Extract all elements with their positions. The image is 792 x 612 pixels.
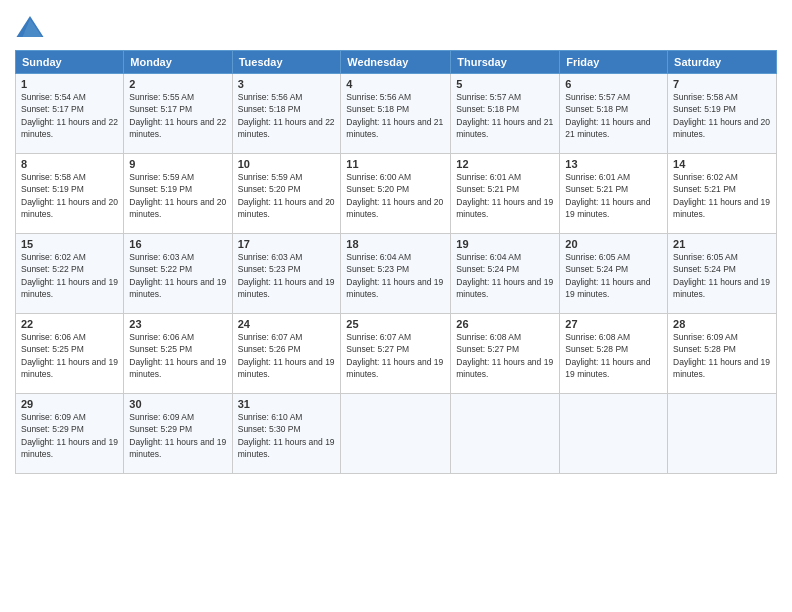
day-number: 7 [673, 78, 771, 90]
calendar-cell: 9 Sunrise: 5:59 AMSunset: 5:19 PMDayligh… [124, 154, 232, 234]
calendar-cell: 3 Sunrise: 5:56 AMSunset: 5:18 PMDayligh… [232, 74, 341, 154]
calendar-cell: 11 Sunrise: 6:00 AMSunset: 5:20 PMDaylig… [341, 154, 451, 234]
calendar-week-row: 29 Sunrise: 6:09 AMSunset: 5:29 PMDaylig… [16, 394, 777, 474]
day-number: 9 [129, 158, 226, 170]
weekday-header-friday: Friday [560, 51, 668, 74]
day-number: 3 [238, 78, 336, 90]
day-info: Sunrise: 6:05 AMSunset: 5:24 PMDaylight:… [565, 252, 650, 299]
calendar-cell: 18 Sunrise: 6:04 AMSunset: 5:23 PMDaylig… [341, 234, 451, 314]
calendar-cell: 8 Sunrise: 5:58 AMSunset: 5:19 PMDayligh… [16, 154, 124, 234]
calendar-cell [560, 394, 668, 474]
day-number: 1 [21, 78, 118, 90]
calendar-cell: 21 Sunrise: 6:05 AMSunset: 5:24 PMDaylig… [668, 234, 777, 314]
day-number: 14 [673, 158, 771, 170]
day-number: 2 [129, 78, 226, 90]
calendar-cell: 27 Sunrise: 6:08 AMSunset: 5:28 PMDaylig… [560, 314, 668, 394]
day-number: 24 [238, 318, 336, 330]
day-info: Sunrise: 6:02 AMSunset: 5:21 PMDaylight:… [673, 172, 770, 219]
day-info: Sunrise: 6:03 AMSunset: 5:23 PMDaylight:… [238, 252, 335, 299]
day-info: Sunrise: 5:58 AMSunset: 5:19 PMDaylight:… [673, 92, 770, 139]
day-info: Sunrise: 6:09 AMSunset: 5:28 PMDaylight:… [673, 332, 770, 379]
day-info: Sunrise: 5:56 AMSunset: 5:18 PMDaylight:… [346, 92, 443, 139]
day-number: 6 [565, 78, 662, 90]
calendar-cell: 28 Sunrise: 6:09 AMSunset: 5:28 PMDaylig… [668, 314, 777, 394]
day-info: Sunrise: 5:55 AMSunset: 5:17 PMDaylight:… [129, 92, 226, 139]
calendar-cell: 16 Sunrise: 6:03 AMSunset: 5:22 PMDaylig… [124, 234, 232, 314]
day-info: Sunrise: 5:59 AMSunset: 5:20 PMDaylight:… [238, 172, 335, 219]
day-info: Sunrise: 6:05 AMSunset: 5:24 PMDaylight:… [673, 252, 770, 299]
weekday-header-thursday: Thursday [451, 51, 560, 74]
day-number: 25 [346, 318, 445, 330]
weekday-header-sunday: Sunday [16, 51, 124, 74]
calendar-cell: 4 Sunrise: 5:56 AMSunset: 5:18 PMDayligh… [341, 74, 451, 154]
header [15, 10, 777, 42]
day-number: 26 [456, 318, 554, 330]
day-info: Sunrise: 6:04 AMSunset: 5:23 PMDaylight:… [346, 252, 443, 299]
weekday-header-saturday: Saturday [668, 51, 777, 74]
calendar-cell: 1 Sunrise: 5:54 AMSunset: 5:17 PMDayligh… [16, 74, 124, 154]
day-number: 16 [129, 238, 226, 250]
day-info: Sunrise: 6:03 AMSunset: 5:22 PMDaylight:… [129, 252, 226, 299]
weekday-header-wednesday: Wednesday [341, 51, 451, 74]
day-number: 19 [456, 238, 554, 250]
day-info: Sunrise: 5:57 AMSunset: 5:18 PMDaylight:… [456, 92, 553, 139]
day-number: 5 [456, 78, 554, 90]
day-info: Sunrise: 5:56 AMSunset: 5:18 PMDaylight:… [238, 92, 335, 139]
day-info: Sunrise: 6:01 AMSunset: 5:21 PMDaylight:… [565, 172, 650, 219]
calendar-cell: 12 Sunrise: 6:01 AMSunset: 5:21 PMDaylig… [451, 154, 560, 234]
calendar-cell: 13 Sunrise: 6:01 AMSunset: 5:21 PMDaylig… [560, 154, 668, 234]
day-number: 20 [565, 238, 662, 250]
calendar-cell: 30 Sunrise: 6:09 AMSunset: 5:29 PMDaylig… [124, 394, 232, 474]
day-number: 12 [456, 158, 554, 170]
calendar-cell: 5 Sunrise: 5:57 AMSunset: 5:18 PMDayligh… [451, 74, 560, 154]
day-number: 22 [21, 318, 118, 330]
calendar-cell: 24 Sunrise: 6:07 AMSunset: 5:26 PMDaylig… [232, 314, 341, 394]
calendar-cell: 23 Sunrise: 6:06 AMSunset: 5:25 PMDaylig… [124, 314, 232, 394]
weekday-header-row: SundayMondayTuesdayWednesdayThursdayFrid… [16, 51, 777, 74]
day-info: Sunrise: 6:04 AMSunset: 5:24 PMDaylight:… [456, 252, 553, 299]
day-info: Sunrise: 5:58 AMSunset: 5:19 PMDaylight:… [21, 172, 118, 219]
calendar-cell [451, 394, 560, 474]
weekday-header-monday: Monday [124, 51, 232, 74]
weekday-header-tuesday: Tuesday [232, 51, 341, 74]
day-number: 28 [673, 318, 771, 330]
day-number: 10 [238, 158, 336, 170]
day-info: Sunrise: 6:06 AMSunset: 5:25 PMDaylight:… [21, 332, 118, 379]
calendar-cell: 20 Sunrise: 6:05 AMSunset: 5:24 PMDaylig… [560, 234, 668, 314]
calendar-cell: 17 Sunrise: 6:03 AMSunset: 5:23 PMDaylig… [232, 234, 341, 314]
day-info: Sunrise: 5:57 AMSunset: 5:18 PMDaylight:… [565, 92, 650, 139]
day-number: 11 [346, 158, 445, 170]
day-info: Sunrise: 6:08 AMSunset: 5:28 PMDaylight:… [565, 332, 650, 379]
calendar-cell: 6 Sunrise: 5:57 AMSunset: 5:18 PMDayligh… [560, 74, 668, 154]
day-number: 23 [129, 318, 226, 330]
calendar-cell [341, 394, 451, 474]
page: SundayMondayTuesdayWednesdayThursdayFrid… [0, 0, 792, 612]
day-info: Sunrise: 6:06 AMSunset: 5:25 PMDaylight:… [129, 332, 226, 379]
calendar-table: SundayMondayTuesdayWednesdayThursdayFrid… [15, 50, 777, 474]
day-number: 17 [238, 238, 336, 250]
day-number: 21 [673, 238, 771, 250]
calendar-cell: 15 Sunrise: 6:02 AMSunset: 5:22 PMDaylig… [16, 234, 124, 314]
logo [15, 14, 49, 42]
day-number: 8 [21, 158, 118, 170]
logo-icon [15, 14, 45, 42]
calendar-cell: 25 Sunrise: 6:07 AMSunset: 5:27 PMDaylig… [341, 314, 451, 394]
day-info: Sunrise: 6:01 AMSunset: 5:21 PMDaylight:… [456, 172, 553, 219]
day-info: Sunrise: 6:00 AMSunset: 5:20 PMDaylight:… [346, 172, 443, 219]
day-number: 27 [565, 318, 662, 330]
day-info: Sunrise: 5:54 AMSunset: 5:17 PMDaylight:… [21, 92, 118, 139]
calendar-week-row: 22 Sunrise: 6:06 AMSunset: 5:25 PMDaylig… [16, 314, 777, 394]
day-info: Sunrise: 6:02 AMSunset: 5:22 PMDaylight:… [21, 252, 118, 299]
calendar-cell: 31 Sunrise: 6:10 AMSunset: 5:30 PMDaylig… [232, 394, 341, 474]
day-info: Sunrise: 6:09 AMSunset: 5:29 PMDaylight:… [21, 412, 118, 459]
calendar-cell: 19 Sunrise: 6:04 AMSunset: 5:24 PMDaylig… [451, 234, 560, 314]
day-info: Sunrise: 6:10 AMSunset: 5:30 PMDaylight:… [238, 412, 335, 459]
day-number: 29 [21, 398, 118, 410]
calendar-cell: 7 Sunrise: 5:58 AMSunset: 5:19 PMDayligh… [668, 74, 777, 154]
calendar-cell: 2 Sunrise: 5:55 AMSunset: 5:17 PMDayligh… [124, 74, 232, 154]
day-info: Sunrise: 6:07 AMSunset: 5:27 PMDaylight:… [346, 332, 443, 379]
calendar-cell: 26 Sunrise: 6:08 AMSunset: 5:27 PMDaylig… [451, 314, 560, 394]
day-number: 13 [565, 158, 662, 170]
day-number: 15 [21, 238, 118, 250]
day-number: 4 [346, 78, 445, 90]
